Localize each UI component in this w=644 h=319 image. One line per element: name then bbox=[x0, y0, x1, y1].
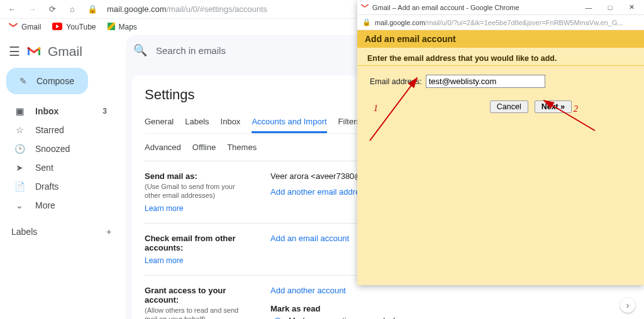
compose-label: Compose bbox=[36, 76, 74, 86]
brand-text: Gmail bbox=[48, 44, 82, 59]
search-input[interactable]: Search in emails bbox=[156, 45, 226, 56]
sidebar-item-more[interactable]: ⌄ More bbox=[0, 196, 126, 215]
chevron-down-icon: ⌄ bbox=[14, 200, 25, 211]
section-desc: (Allow others to read and send mail on y… bbox=[145, 306, 245, 319]
forward-icon[interactable]: → bbox=[26, 4, 38, 15]
search-icon[interactable]: 🔍 bbox=[135, 45, 146, 56]
back-icon[interactable]: ← bbox=[6, 4, 18, 15]
popup-address-bar[interactable]: 🔒 mail.google.com/mail/u/0/?ui=2&ik=1ee5… bbox=[357, 15, 644, 30]
maximize-button[interactable]: □ bbox=[601, 4, 619, 11]
scroll-right-button[interactable]: › bbox=[620, 298, 635, 313]
close-button[interactable]: ✕ bbox=[623, 3, 640, 11]
sidebar-item-starred[interactable]: ☆ Starred bbox=[0, 121, 126, 139]
sidebar-item-label: Sent bbox=[35, 163, 53, 173]
sidebar-item-snoozed[interactable]: 🕑 Snoozed bbox=[0, 139, 126, 158]
learn-more-link[interactable]: Learn more bbox=[145, 256, 245, 265]
section-desc: (Use Gmail to send from your other email… bbox=[145, 182, 245, 200]
lock-icon: 🔒 bbox=[87, 4, 98, 15]
menu-icon[interactable]: ☰ bbox=[9, 46, 20, 57]
bookmark-label: Maps bbox=[119, 23, 137, 31]
pencil-icon: ✎ bbox=[18, 75, 29, 87]
inbox-count: 3 bbox=[103, 107, 107, 116]
labels-header: Labels bbox=[11, 227, 37, 237]
home-icon[interactable]: ⌂ bbox=[67, 4, 78, 15]
radio-mark-read[interactable]: Mark conversation as read whe bbox=[270, 316, 500, 319]
annotation-label-2: 2 bbox=[574, 104, 578, 114]
inbox-icon: ▣ bbox=[14, 105, 25, 117]
url-host: mail.google.com bbox=[375, 19, 425, 26]
radio-label: Mark conversation as read whe bbox=[289, 316, 402, 319]
email-label: Email address: bbox=[370, 77, 422, 86]
section-title: Send mail as: bbox=[145, 171, 245, 181]
gmail-favicon-icon bbox=[361, 4, 369, 11]
sidebar-item-label: Snoozed bbox=[35, 144, 70, 154]
sidebar-item-inbox[interactable]: ▣ Inbox 3 bbox=[0, 102, 126, 121]
popup-window: Gmail – Add an email account - Google Ch… bbox=[357, 0, 644, 285]
youtube-icon bbox=[52, 23, 62, 32]
popup-title: Gmail – Add an email account - Google Ch… bbox=[372, 4, 519, 11]
popup-titlebar: Gmail – Add an email account - Google Ch… bbox=[357, 0, 644, 15]
minimize-button[interactable]: — bbox=[580, 4, 597, 11]
tab-themes[interactable]: Themes bbox=[227, 138, 257, 157]
url-path: /mail/u/0/#settings/accounts bbox=[167, 4, 267, 14]
sidebar-item-label: Inbox bbox=[35, 106, 58, 116]
add-label-icon[interactable]: + bbox=[103, 226, 114, 237]
file-icon: 📄 bbox=[14, 181, 25, 192]
email-input[interactable] bbox=[426, 75, 545, 88]
star-icon: ☆ bbox=[14, 124, 25, 136]
section-title: Check email from other accounts: bbox=[145, 234, 245, 252]
add-another-account-link[interactable]: Add another account bbox=[270, 286, 500, 295]
tab-general[interactable]: General bbox=[145, 112, 174, 133]
cancel-button[interactable]: Cancel bbox=[490, 100, 528, 113]
mark-as-read-header: Mark as read bbox=[270, 304, 500, 313]
popup-heading: Add an email account bbox=[357, 30, 644, 48]
tab-inbox[interactable]: Inbox bbox=[221, 112, 241, 133]
sidebar-item-label: Starred bbox=[35, 125, 64, 135]
lock-icon: 🔒 bbox=[362, 18, 371, 26]
sidebar-item-label: Drafts bbox=[35, 181, 58, 192]
compose-button[interactable]: ✎ Compose bbox=[6, 68, 88, 94]
gmail-logo-icon bbox=[26, 46, 42, 57]
address-bar[interactable]: mail.google.com/mail/u/0/#settings/accou… bbox=[107, 4, 267, 14]
maps-icon bbox=[108, 23, 115, 32]
sidebar: ☰ Gmail ✎ Compose ▣ Inbox 3 ☆ Starred 🕑 … bbox=[0, 35, 126, 319]
url-host: mail.google.com bbox=[107, 4, 167, 14]
next-button[interactable]: Next » bbox=[535, 100, 572, 113]
tab-advanced[interactable]: Advanced bbox=[145, 138, 181, 157]
popup-subheading: Enter the email address that you would l… bbox=[357, 48, 644, 66]
gmail-icon bbox=[9, 23, 18, 31]
clock-icon: 🕑 bbox=[14, 143, 25, 154]
reload-icon[interactable]: ⟳ bbox=[47, 4, 58, 15]
sidebar-item-label: More bbox=[35, 200, 55, 210]
send-icon: ➤ bbox=[14, 162, 25, 173]
bookmark-label: Gmail bbox=[21, 23, 41, 31]
tab-accounts[interactable]: Accounts and Import bbox=[252, 112, 326, 133]
bookmark-gmail[interactable]: Gmail bbox=[9, 23, 41, 31]
tab-labels[interactable]: Labels bbox=[185, 112, 209, 133]
bookmark-maps[interactable]: Maps bbox=[108, 23, 137, 32]
annotation-label-1: 1 bbox=[374, 104, 378, 114]
sidebar-item-sent[interactable]: ➤ Sent bbox=[0, 158, 126, 177]
section-title: Grant access to your account: bbox=[145, 286, 245, 305]
tab-offline[interactable]: Offline bbox=[192, 138, 216, 157]
sidebar-item-drafts[interactable]: 📄 Drafts bbox=[0, 177, 126, 196]
bookmark-label: YouTube bbox=[66, 23, 96, 31]
add-email-account-link[interactable]: Add an email account bbox=[270, 234, 349, 243]
bookmark-youtube[interactable]: YouTube bbox=[52, 23, 96, 32]
url-path: /mail/u/0/?ui=2&ik=1ee5be7d8e&jsver=FnRB… bbox=[425, 19, 623, 26]
learn-more-link[interactable]: Learn more bbox=[145, 204, 245, 213]
